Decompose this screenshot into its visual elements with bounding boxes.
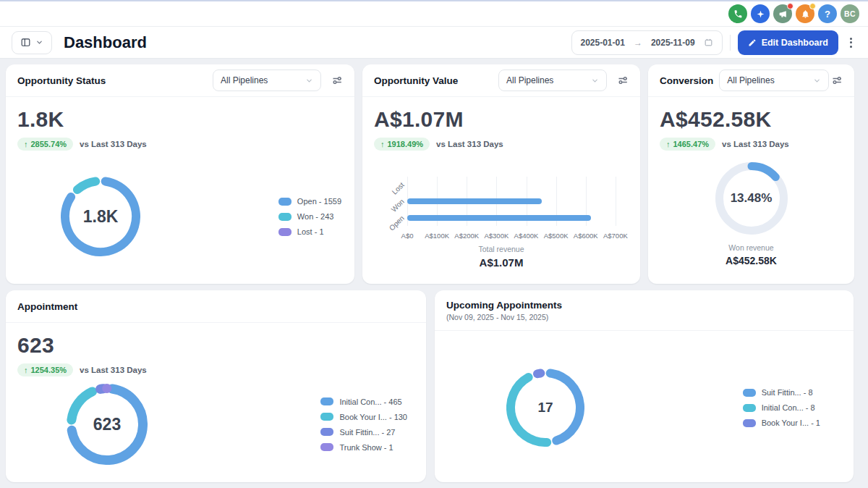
- chart-footer: Total revenue A$1.07M: [362, 245, 640, 269]
- legend-swatch: [278, 198, 292, 206]
- card-upcoming-appointments: Upcoming Appointments (Nov 09, 2025 - No…: [435, 290, 854, 482]
- delta-value: 2855.74%: [31, 140, 67, 148]
- pipeline-select-value: All Pipelines: [727, 75, 774, 85]
- top-bar: ? BC: [0, 0, 868, 27]
- legend-item: Initial Con... - 465: [320, 397, 407, 406]
- gauge-center-label: 13.48%: [715, 162, 788, 235]
- chart-legend: Suit Fittin... - 8Initial Con... - 8Book…: [743, 388, 820, 427]
- sliders-icon: [831, 75, 843, 86]
- legend-item: Lost - 1: [278, 227, 341, 236]
- legend-label: Initial Con... - 465: [339, 397, 401, 406]
- comparison-label: vs Last 313 Days: [722, 140, 789, 148]
- phone-icon[interactable]: [728, 4, 747, 23]
- page-header: Dashboard 2025-01-01 → 2025-11-09 Edit D…: [0, 27, 868, 59]
- notification-dot: [787, 3, 793, 9]
- card-header: Opportunity Status All Pipelines: [6, 64, 354, 97]
- card-header: Appointment: [6, 290, 426, 323]
- legend-swatch: [743, 419, 756, 427]
- stat-value: A$452.58K: [660, 107, 843, 132]
- stat-block: 1.8K ↑2855.74% vs Last 313 Days: [6, 97, 354, 151]
- up-arrow-icon: ↑: [380, 140, 385, 148]
- chart-legend: Open - 1559Won - 243Lost - 1: [278, 197, 341, 236]
- sliders-icon: [617, 75, 629, 86]
- comparison-label: vs Last 313 Days: [80, 366, 147, 374]
- card-header: Conversion All Pipelines: [648, 64, 854, 97]
- legend-item: Book Your I... - 130: [320, 413, 407, 421]
- calendar-icon: [704, 38, 713, 47]
- card-conversion: Conversion All Pipelines A$452.58K ↑1465…: [648, 64, 854, 284]
- bar-won: [407, 198, 542, 204]
- legend-item: Open - 1559: [278, 197, 341, 206]
- stat-block: A$1.07M ↑1918.49% vs Last 313 Days: [362, 97, 640, 151]
- card-opportunity-value: Opportunity Value All Pipelines A$1.07M …: [362, 64, 640, 284]
- legend-swatch: [320, 397, 333, 405]
- x-tick-label: A$500K: [544, 232, 569, 240]
- donut-center-label: 17: [506, 369, 584, 447]
- card-opportunity-status: Opportunity Status All Pipelines 1.8K ↑2…: [6, 64, 354, 284]
- bell-icon[interactable]: [796, 4, 814, 23]
- bar-open: [407, 215, 591, 221]
- chart-row: 17 Suit Fittin... - 8Initial Con... - 8B…: [435, 369, 854, 447]
- card-title: Appointment: [17, 301, 77, 312]
- legend-swatch: [278, 213, 292, 221]
- legend-swatch: [743, 389, 756, 397]
- notification-dot: [809, 3, 816, 9]
- chart-settings-button[interactable]: [331, 75, 343, 86]
- legend-item: Book Your I... - 1: [743, 418, 820, 427]
- donut-chart: 623: [67, 384, 148, 465]
- x-tick-label: A$400K: [514, 232, 539, 240]
- card-title: Opportunity Status: [17, 75, 106, 86]
- avatar[interactable]: BC: [841, 4, 859, 23]
- donut-center-label: 623: [67, 384, 148, 465]
- bar-chart: A$0A$100KA$200KA$300KA$400KA$500KA$600KA…: [407, 177, 618, 226]
- card-header: Upcoming Appointments (Nov 09, 2025 - No…: [435, 290, 854, 331]
- chart-legend: Initial Con... - 465Book Your I... - 130…: [320, 397, 407, 452]
- pipeline-select[interactable]: All Pipelines: [213, 70, 321, 91]
- donut-chart: 17: [506, 369, 584, 447]
- legend-label: Book Your I... - 130: [339, 413, 407, 421]
- megaphone-icon[interactable]: [773, 4, 792, 23]
- legend-item: Suit Fittin... - 8: [743, 388, 820, 397]
- pencil-icon: [748, 38, 757, 47]
- delta-badge: ↑1465.47%: [660, 138, 715, 151]
- gauge-chart: 13.48% Won revenue A$452.58K: [648, 162, 854, 266]
- legend-label: Suit Fittin... - 8: [762, 388, 813, 397]
- legend-label: Book Your I... - 1: [762, 418, 820, 427]
- help-icon[interactable]: ?: [818, 4, 837, 23]
- legend-item: Won - 243: [278, 212, 341, 221]
- chart-settings-button[interactable]: [831, 75, 843, 86]
- chevron-down-icon: [813, 77, 821, 85]
- chart-settings-button[interactable]: [617, 75, 629, 86]
- up-arrow-icon: ↑: [24, 140, 28, 148]
- sparkle-glyph: [756, 9, 765, 19]
- divider: [730, 35, 731, 51]
- card-title: Opportunity Value: [374, 75, 458, 86]
- sliders-icon: [331, 75, 343, 86]
- chevron-down-icon: [35, 38, 43, 46]
- gridline: [616, 177, 616, 226]
- legend-swatch: [320, 443, 333, 451]
- date-range-picker[interactable]: 2025-01-01 → 2025-11-09: [571, 30, 723, 55]
- delta-badge: ↑1918.49%: [374, 138, 430, 151]
- donut-chart: 1.8K: [61, 177, 140, 256]
- legend-label: Open - 1559: [297, 197, 341, 206]
- chevron-down-icon: [305, 77, 313, 85]
- x-tick-label: A$300K: [484, 232, 509, 240]
- legend-item: Trunk Show - 1: [320, 443, 407, 452]
- legend-label: Initial Con... - 8: [762, 403, 815, 412]
- stat-value: 623: [17, 333, 414, 358]
- x-tick-label: A$200K: [454, 232, 479, 240]
- sparkle-icon[interactable]: [751, 4, 770, 23]
- edit-dashboard-button[interactable]: Edit Dashboard: [738, 30, 838, 55]
- header-actions: 2025-01-01 → 2025-11-09 Edit Dashboard: [571, 30, 857, 55]
- pipeline-select[interactable]: All Pipelines: [498, 70, 607, 91]
- more-options-button[interactable]: [846, 35, 856, 51]
- pipeline-select[interactable]: All Pipelines: [719, 70, 829, 91]
- card-title: Conversion: [660, 75, 713, 86]
- dashboard-switcher-button[interactable]: [12, 31, 52, 54]
- won-revenue-value: A$452.58K: [726, 255, 777, 266]
- total-revenue-label: Total revenue: [362, 245, 640, 253]
- question-glyph: ?: [825, 9, 830, 20]
- edit-dashboard-label: Edit Dashboard: [762, 38, 828, 48]
- x-tick-label: A$700K: [603, 232, 628, 240]
